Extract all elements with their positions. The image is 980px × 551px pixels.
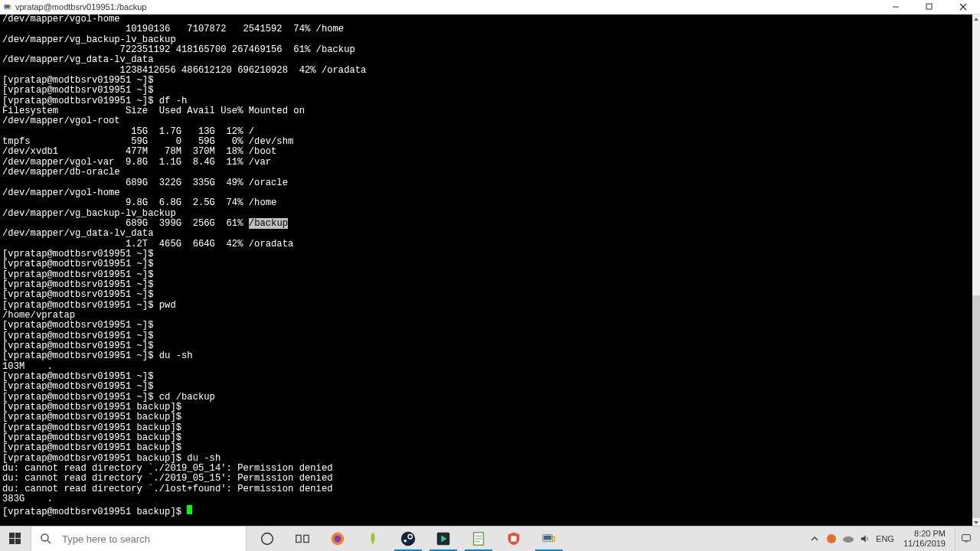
svg-rect-31 <box>544 536 551 540</box>
svg-rect-1 <box>5 5 9 8</box>
clock-time: 8:20 PM <box>903 529 946 539</box>
svg-point-13 <box>41 534 48 541</box>
svg-rect-36 <box>962 535 971 541</box>
firefox-icon[interactable] <box>321 527 354 551</box>
clock[interactable]: 8:20 PM 11/16/2019 <box>899 527 950 550</box>
window-titlebar: vpratap@modtbsrv019951:/backup <box>0 0 980 15</box>
task-view-icon[interactable] <box>286 527 319 551</box>
svg-rect-11 <box>9 539 15 544</box>
scroll-up-button[interactable] <box>972 15 980 24</box>
cortana-icon[interactable] <box>250 527 284 551</box>
svg-rect-10 <box>15 533 21 538</box>
terminal[interactable]: /dev/mapper/vgol-home 10190136 7107872 2… <box>0 15 972 527</box>
svg-rect-2 <box>10 6 11 9</box>
system-tray: ENG 8:20 PM 11/16/2019 <box>808 527 980 551</box>
svg-rect-16 <box>296 535 301 542</box>
svg-rect-32 <box>553 536 555 541</box>
svg-point-33 <box>827 534 836 543</box>
clock-date: 11/16/2019 <box>903 539 946 549</box>
taskbar: ENG 8:20 PM 11/16/2019 <box>0 526 980 551</box>
taskbar-apps <box>250 527 566 551</box>
search-icon <box>39 532 53 546</box>
window-controls <box>879 0 980 14</box>
app-icon-2[interactable] <box>426 527 460 551</box>
search-box[interactable] <box>31 527 247 551</box>
svg-rect-17 <box>304 535 309 542</box>
volume-icon[interactable] <box>859 533 871 545</box>
svg-rect-12 <box>15 539 21 544</box>
tray-app-icon[interactable] <box>825 533 838 545</box>
svg-marker-8 <box>974 521 978 524</box>
svg-line-14 <box>47 540 51 543</box>
svg-rect-29 <box>511 536 516 541</box>
svg-marker-7 <box>974 18 978 21</box>
close-button[interactable] <box>946 0 980 14</box>
minimize-button[interactable] <box>879 0 913 14</box>
svg-point-34 <box>843 536 854 543</box>
onedrive-icon[interactable] <box>842 533 854 545</box>
notepad-icon[interactable] <box>462 527 495 551</box>
putty-icon <box>3 2 12 11</box>
action-center-icon[interactable] <box>955 527 977 551</box>
svg-rect-9 <box>9 533 15 538</box>
window-title: vpratap@modtbsrv019951:/backup <box>15 2 146 11</box>
scrollbar[interactable] <box>972 15 980 527</box>
search-input[interactable] <box>60 533 246 546</box>
svg-point-20 <box>401 532 415 546</box>
tray-chevron-icon[interactable] <box>808 533 821 545</box>
svg-rect-4 <box>926 4 932 9</box>
scrollbar-thumb[interactable] <box>972 295 980 518</box>
app-icon-1[interactable] <box>356 527 390 551</box>
language-indicator[interactable]: ENG <box>876 534 894 543</box>
terminal-container: /dev/mapper/vgol-home 10190136 7107872 2… <box>0 15 980 527</box>
steam-icon[interactable] <box>391 527 425 551</box>
start-button[interactable] <box>0 527 31 551</box>
svg-point-15 <box>262 533 273 545</box>
putty-taskbar-icon[interactable] <box>532 527 566 551</box>
shield-icon[interactable] <box>497 527 531 551</box>
svg-point-22 <box>404 540 407 543</box>
svg-point-19 <box>334 535 341 542</box>
svg-marker-35 <box>861 535 866 542</box>
maximize-button[interactable] <box>913 0 946 14</box>
